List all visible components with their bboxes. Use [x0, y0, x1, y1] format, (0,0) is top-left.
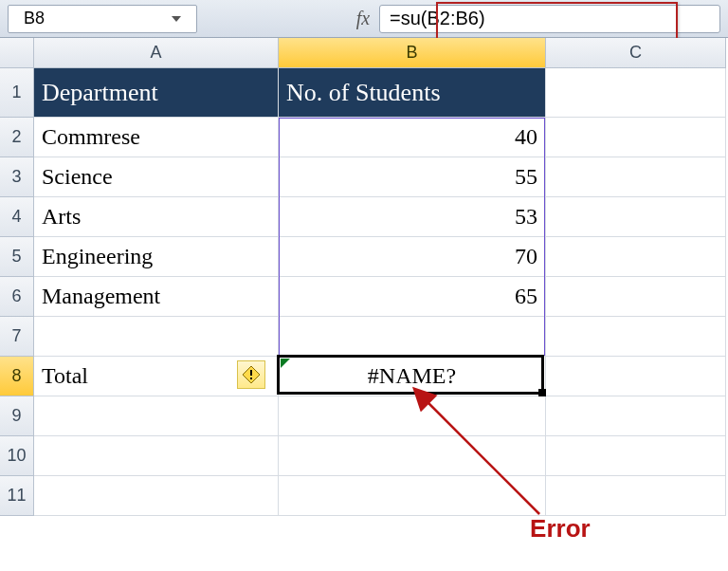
row-header-3[interactable]: 3 [0, 157, 34, 197]
fx-icon[interactable]: fx [351, 8, 375, 29]
warning-icon [242, 365, 261, 384]
cell-c7[interactable] [546, 317, 726, 357]
svg-rect-1 [250, 370, 252, 376]
formula-area: fx =su(B2:B6) [351, 5, 720, 33]
cell-c1[interactable] [546, 68, 726, 118]
select-all-corner[interactable] [0, 38, 34, 68]
svg-rect-2 [250, 378, 252, 379]
cell-b5[interactable]: 70 [279, 237, 546, 277]
cell-a7[interactable] [34, 317, 279, 357]
row-header-6[interactable]: 6 [0, 277, 34, 317]
row-header-10[interactable]: 10 [0, 436, 34, 476]
annotation-label: Error [530, 514, 591, 543]
cell-a11[interactable] [34, 476, 279, 516]
cell-c2[interactable] [546, 118, 726, 157]
cell-c11[interactable] [546, 476, 726, 516]
error-smart-tag[interactable] [237, 360, 265, 389]
cell-a2[interactable]: Commrese [34, 118, 279, 157]
cell-b1-header[interactable]: No. of Students [279, 68, 546, 118]
formula-input[interactable]: =su(B2:B6) [379, 5, 720, 33]
cell-b7[interactable] [279, 317, 546, 357]
cell-a3[interactable]: Science [34, 157, 279, 197]
row-header-7[interactable]: 7 [0, 317, 34, 357]
row-headers: 1234567891011 [0, 68, 34, 516]
cell-b9[interactable] [279, 396, 546, 436]
column-header-b[interactable]: B [279, 38, 546, 68]
cell-b10[interactable] [279, 436, 546, 476]
cell-a9[interactable] [34, 396, 279, 436]
cell-b2[interactable]: 40 [279, 118, 546, 157]
row-header-9[interactable]: 9 [0, 396, 34, 436]
cell-a4[interactable]: Arts [34, 197, 279, 237]
cell-a10[interactable] [34, 436, 279, 476]
cell-b3[interactable]: 55 [279, 157, 546, 197]
cell-c8[interactable] [546, 357, 726, 396]
cell-c6[interactable] [546, 277, 726, 317]
row-header-8[interactable]: 8 [0, 357, 34, 396]
column-header-a[interactable]: A [34, 38, 279, 68]
row-header-2[interactable]: 2 [0, 118, 34, 157]
cell-c3[interactable] [546, 157, 726, 197]
cell-a5[interactable]: Engineering [34, 237, 279, 277]
name-box[interactable]: B8 [8, 5, 197, 33]
row-header-11[interactable]: 11 [0, 476, 34, 516]
cell-c5[interactable] [546, 237, 726, 277]
cell-b4[interactable]: 53 [279, 197, 546, 237]
row-header-5[interactable]: 5 [0, 237, 34, 277]
row-header-1[interactable]: 1 [0, 68, 34, 118]
formula-text: =su(B2:B6) [390, 8, 485, 29]
chevron-down-icon [172, 16, 181, 22]
cell-b11[interactable] [279, 476, 546, 516]
name-box-value: B8 [24, 9, 45, 28]
row-header-4[interactable]: 4 [0, 197, 34, 237]
column-headers: ABC [34, 38, 726, 68]
cell-c10[interactable] [546, 436, 726, 476]
formula-bar: B8 fx =su(B2:B6) [0, 0, 728, 38]
cell-a1-header[interactable]: Department [34, 68, 279, 118]
cell-c9[interactable] [546, 396, 726, 436]
cell-c4[interactable] [546, 197, 726, 237]
cell-b8[interactable]: #NAME? [279, 357, 546, 396]
worksheet: ABC 1234567891011 DepartmentNo. of Stude… [0, 38, 728, 571]
cell-a6[interactable]: Management [34, 277, 279, 317]
column-header-c[interactable]: C [546, 38, 726, 68]
cell-b6[interactable]: 65 [279, 277, 546, 317]
